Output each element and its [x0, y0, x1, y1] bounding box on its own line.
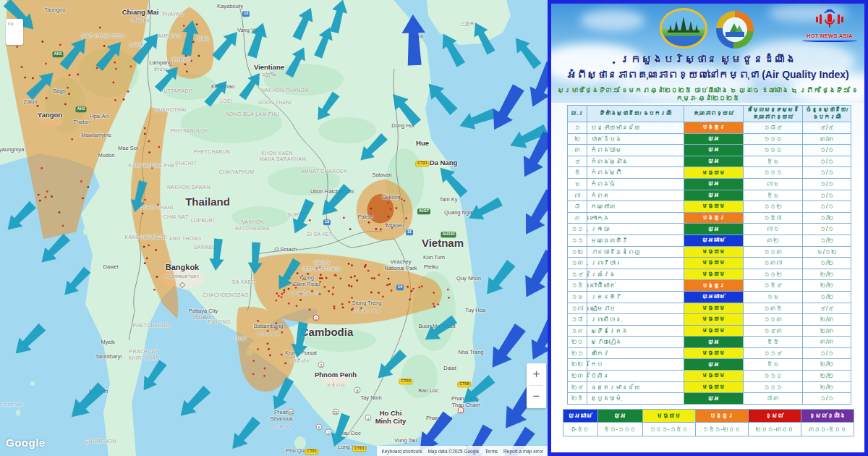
- table-cell: ៨៣: [744, 393, 803, 405]
- fire-dot: [396, 207, 398, 209]
- table-cell: ២៣: [568, 371, 587, 382]
- fire-dot: [276, 292, 278, 295]
- aqi-category-cell: ល្អ: [684, 337, 743, 348]
- fire-dot: [279, 282, 281, 284]
- fire-dot: [46, 190, 48, 193]
- table-cell: បាត់ដំបង: [587, 133, 684, 145]
- table-cell: ១៣៥: [744, 303, 803, 314]
- table-cell: ៧: [568, 190, 587, 201]
- panel-title-ministry: ក្រសួងបរិស្ថាន សូមជូនដំណឹង: [551, 53, 864, 65]
- aqi-category-cell: ល្អ: [684, 359, 743, 371]
- fire-dot: [69, 74, 71, 76]
- report-map-error-link[interactable]: Report a map error: [503, 449, 543, 454]
- fire-dot: [186, 48, 188, 50]
- fire-dot: [257, 320, 259, 322]
- fire-dot: [186, 71, 188, 73]
- table-row: ១៩ស្ទឹងត្រែងមធ្យម១៤៣២/៣: [568, 325, 851, 337]
- fire-dot: [398, 196, 400, 198]
- fire-dot: [264, 368, 266, 370]
- fire-dot: [296, 305, 298, 307]
- fire-dot: [433, 303, 435, 305]
- fire-dot: [373, 277, 375, 279]
- aqi-table-header-row: ល.រទីតាំងស្ថានីយ/ ឧបករណ៍គុណភាពខ្យល់តម្លៃ…: [568, 106, 851, 122]
- fire-dot: [283, 290, 285, 292]
- table-cell: មណ្ឌលគិរី: [587, 235, 684, 246]
- map-canvas[interactable]: ThailandCambodiaVietnamChiang Maiเชียงให…: [0, 0, 548, 456]
- table-cell: ១/១: [803, 347, 851, 359]
- ministry-environment-logo: [660, 8, 707, 48]
- aqi-category-cell: បង្គួរ: [684, 212, 743, 224]
- map-zoom-control: + −: [527, 363, 546, 408]
- fire-dot: [371, 277, 373, 279]
- fire-dot: [192, 41, 195, 43]
- table-cell: ៤/៤: [803, 303, 851, 314]
- fire-dot: [62, 225, 64, 227]
- fire-dot: [143, 246, 145, 248]
- map-data-label: Map data ©2025 Google: [427, 449, 479, 454]
- aqi-table-header-cell: តម្លៃសន្ទស្សន៍ គុណភាពខ្យល់: [744, 106, 803, 122]
- table-cell: ១៩: [568, 325, 587, 337]
- fire-dot: [113, 82, 115, 84]
- table-cell: ៧៦: [744, 178, 803, 190]
- table-cell: កំពង់ឆ្នាំង: [587, 156, 684, 167]
- fire-dot: [68, 93, 70, 95]
- fire-dot: [127, 90, 129, 93]
- fire-dot: [278, 295, 280, 297]
- table-cell: ៤: [568, 156, 587, 167]
- aqi-category-cell: មធ្យម: [684, 246, 743, 258]
- map-base-art: [0, 0, 548, 456]
- table-cell: ១/១: [803, 167, 851, 179]
- fire-dot: [405, 217, 407, 219]
- zoom-out-button[interactable]: −: [527, 386, 546, 408]
- table-cell: ៣២: [744, 235, 803, 246]
- fire-dot: [289, 277, 291, 279]
- table-cell: ១/១: [803, 178, 851, 190]
- aqi-category-cell: មធ្យម: [684, 258, 743, 269]
- table-cell: ១៣: [568, 258, 587, 269]
- table-cell: ២៤: [568, 381, 587, 393]
- fire-dot: [33, 90, 35, 93]
- keyboard-shortcuts-link[interactable]: Keyboard shortcuts: [381, 449, 422, 454]
- table-row: ១៥ពោធិ៍សាត់បង្គួរ១៥៤២/២: [568, 280, 851, 292]
- table-cell: ១៥: [568, 280, 587, 292]
- aqi-category-cell: មធ្យម: [684, 381, 743, 393]
- fire-dot: [93, 114, 95, 117]
- fire-dot: [447, 289, 449, 291]
- table-cell: ១/១: [803, 224, 851, 235]
- fire-dot: [252, 373, 255, 375]
- fire-dot: [302, 278, 305, 280]
- table-cell: ១/១: [803, 190, 851, 201]
- fire-dot: [144, 199, 146, 201]
- fire-dot: [338, 193, 340, 195]
- table-cell: ២/៣: [803, 325, 851, 337]
- fire-dot: [307, 273, 309, 275]
- aqi-category-cell: មធ្យម: [684, 167, 743, 179]
- zoom-in-button[interactable]: +: [527, 363, 546, 385]
- fire-dot: [401, 198, 403, 200]
- fire-dot: [333, 305, 336, 308]
- table-cell: ២/៣: [803, 314, 851, 326]
- fire-dot: [348, 284, 350, 287]
- table-cell: ២/២: [803, 359, 851, 371]
- table-cell: ៥៥: [744, 337, 803, 348]
- fire-dot: [348, 301, 350, 303]
- table-row: ៥កំពង់ស្ពឺមធ្យម១០១១/១: [568, 167, 851, 179]
- table-cell: ១០២: [744, 201, 803, 213]
- fire-dot: [391, 227, 393, 229]
- fire-dot: [263, 326, 265, 329]
- aqi-report-panel: HOT NEWS ASIA ក្រសួងបរិស្ថាន សូមជូនដំណឹង…: [548, 0, 868, 456]
- legend-range-cell: 0-៥០: [563, 422, 598, 436]
- fire-dot: [403, 200, 405, 202]
- fire-dot: [433, 305, 435, 308]
- fire-dot: [99, 27, 101, 29]
- table-cell: ២/២: [803, 381, 851, 393]
- table-row: ២១តាកែវមធ្យម១១៤១/១: [568, 347, 851, 359]
- table-cell: ២៥: [568, 393, 587, 405]
- table-row: ៩កោះកុងបង្គួរ១៥៨១/២: [568, 212, 851, 224]
- fire-dot: [352, 308, 354, 310]
- fire-dot: [388, 283, 391, 285]
- terms-link[interactable]: Terms: [485, 449, 498, 454]
- aqi-category-cell: ល្អ: [684, 133, 743, 145]
- fire-dot: [281, 354, 283, 356]
- fire-dot: [319, 293, 321, 295]
